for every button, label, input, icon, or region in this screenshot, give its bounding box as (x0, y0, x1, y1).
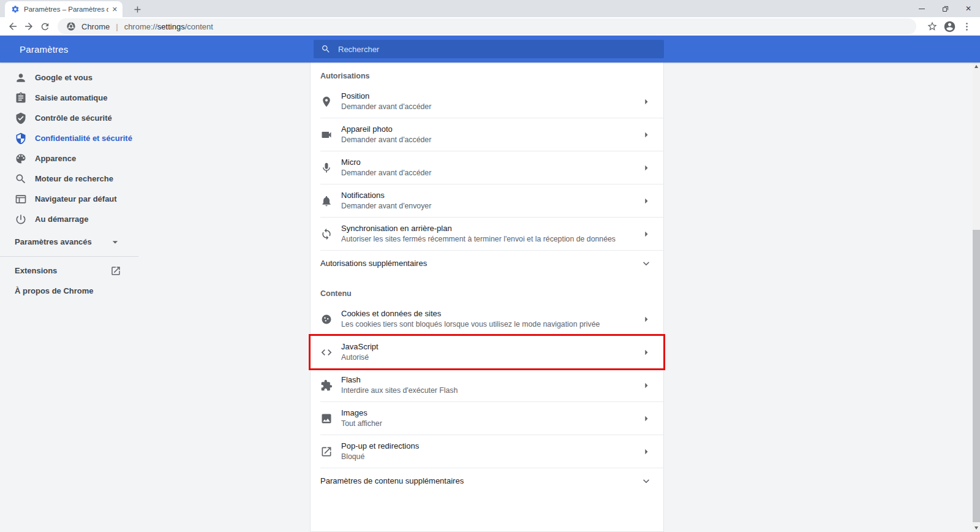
sidebar-label: Saisie automatique (35, 93, 107, 102)
external-link-icon (110, 265, 121, 276)
back-button[interactable] (5, 18, 21, 34)
sidebar-item-saisie-automatique[interactable]: Saisie automatique (0, 88, 153, 108)
address-bar[interactable]: Chrome | chrome://settings/content (58, 18, 916, 34)
row-images[interactable]: ImagesTout afficher (311, 402, 663, 435)
location-icon (320, 96, 333, 108)
expander-parametres-contenu-supplementaires[interactable]: Paramètres de contenu supplémentaires (311, 468, 663, 493)
search-icon (321, 44, 331, 54)
page-title: Paramètres (20, 36, 69, 63)
expander-label: Paramètres de contenu supplémentaires (320, 476, 635, 485)
settings-gear-favicon-icon (11, 5, 20, 13)
browser-toolbar: Chrome | chrome://settings/content (0, 17, 980, 36)
site-settings-card: Autorisations PositionDemander avant d'a… (310, 63, 664, 532)
row-cookies[interactable]: Cookies et données de sitesLes cookies t… (311, 303, 663, 335)
chevron-right-icon (640, 379, 652, 392)
settings-header: Paramètres (0, 36, 980, 63)
chevron-right-icon (640, 313, 652, 325)
forward-button[interactable] (21, 18, 37, 34)
power-icon (15, 213, 27, 226)
row-subtitle: Demander avant d'accéder (341, 168, 635, 178)
row-title: Notifications (341, 191, 635, 200)
row-subtitle: Demander avant d'accéder (341, 102, 635, 112)
sidebar-item-confidentialite-et-securite[interactable]: Confidentialité et sécurité (0, 128, 153, 148)
url-scheme: chrome:// (124, 22, 157, 31)
url-path: /content (185, 22, 213, 31)
chevron-right-icon (640, 162, 652, 174)
cookie-icon (320, 313, 333, 325)
row-micro[interactable]: MicroDemander avant d'accéder (311, 151, 663, 184)
url-separator: | (116, 22, 118, 31)
kebab-menu-icon[interactable] (958, 18, 975, 34)
url-host: settings (157, 22, 185, 31)
sidebar-divider (0, 256, 138, 257)
reload-button[interactable] (37, 18, 53, 34)
toolbar-right (924, 18, 975, 34)
sidebar-label: Au démarrage (35, 215, 88, 224)
sidebar-item-controle-de-securite[interactable]: Contrôle de sécurité (0, 108, 153, 128)
row-position[interactable]: PositionDemander avant d'accéder (311, 85, 663, 118)
chevron-right-icon (640, 412, 652, 425)
bookmark-star-icon[interactable] (924, 18, 941, 34)
expander-autorisations-supplementaires[interactable]: Autorisations supplémentaires (311, 251, 663, 276)
tab-strip: Paramètres – Paramètres des site ✕ ✕ (0, 0, 980, 17)
sidebar-item-extensions[interactable]: Extensions (0, 260, 153, 281)
row-appareil-photo[interactable]: Appareil photoDemander avant d'accéder (311, 118, 663, 151)
sidebar-label: Contrôle de sécurité (35, 113, 112, 123)
row-title: Images (341, 408, 635, 418)
sync-icon (320, 228, 333, 240)
chevron-right-icon (640, 446, 652, 458)
row-popup-redirections[interactable]: Pop-up et redirectionsBloqué (311, 435, 663, 468)
settings-sidebar: Google et vous Saisie automatique Contrô… (0, 63, 153, 301)
row-subtitle: Tout afficher (341, 419, 635, 428)
row-title: Flash (341, 375, 635, 385)
sidebar-item-navigateur-par-defaut[interactable]: Navigateur par défaut (0, 189, 153, 209)
sidebar-item-au-demarrage[interactable]: Au démarrage (0, 209, 153, 229)
row-flash[interactable]: FlashInterdire aux sites d'exécuter Flas… (311, 369, 663, 401)
profile-avatar-icon[interactable] (941, 18, 958, 34)
window-controls: ✕ (910, 0, 980, 17)
image-icon (320, 412, 333, 425)
close-window-button[interactable]: ✕ (957, 0, 980, 17)
minimize-button[interactable] (910, 0, 933, 17)
settings-search-box[interactable] (314, 40, 664, 58)
row-javascript[interactable]: JavaScriptAutorisé (311, 336, 663, 368)
row-subtitle: Demander avant d'accéder (341, 135, 635, 145)
sidebar-item-google-et-vous[interactable]: Google et vous (0, 67, 153, 88)
new-tab-button[interactable] (130, 4, 145, 15)
row-subtitle: Autorisé (341, 352, 635, 362)
scroll-up-arrow-icon[interactable] (974, 65, 978, 68)
scroll-down-arrow-icon[interactable] (974, 526, 978, 530)
settings-page: Google et vous Saisie automatique Contrô… (0, 63, 980, 532)
row-title: Appareil photo (341, 124, 635, 134)
extensions-label: Extensions (15, 266, 57, 275)
tab-parametres[interactable]: Paramètres – Paramètres des site ✕ (5, 1, 123, 17)
settings-search-input[interactable] (338, 45, 657, 54)
row-subtitle: Bloqué (341, 452, 635, 462)
tab-close-icon[interactable]: ✕ (112, 6, 118, 13)
chevron-down-icon (640, 257, 652, 270)
sidebar-item-moteur-de-recherche[interactable]: Moteur de recherche (0, 169, 153, 189)
sidebar-label: Apparence (35, 154, 76, 163)
restore-button[interactable] (933, 0, 957, 17)
section-header-autorisations: Autorisations (311, 63, 663, 85)
shield-check-icon (15, 112, 27, 124)
row-subtitle: Demander avant d'envoyer (341, 201, 635, 211)
sidebar-item-a-propos-de-chrome[interactable]: À propos de Chrome (0, 281, 153, 301)
chevron-down-icon (640, 475, 652, 487)
row-title: Cookies et données de sites (341, 309, 635, 319)
chevron-right-icon (640, 195, 652, 207)
row-synchronisation-arriere-plan[interactable]: Synchronisation en arrière-planAutoriser… (311, 218, 663, 250)
chrome-logo-icon (66, 21, 76, 31)
shield-half-icon (15, 132, 27, 145)
page-scrollbar[interactable] (973, 63, 980, 532)
bell-icon (320, 195, 333, 207)
sidebar-advanced-toggle[interactable]: Paramètres avancés (0, 232, 153, 252)
scrollbar-thumb[interactable] (973, 230, 980, 522)
sidebar-item-apparence[interactable]: Apparence (0, 148, 153, 169)
section-header-contenu: Contenu (311, 276, 663, 303)
browser-window: Paramètres – Paramètres des site ✕ ✕ (0, 0, 980, 532)
row-notifications[interactable]: NotificationsDemander avant d'envoyer (311, 184, 663, 217)
chevron-right-icon (640, 228, 652, 240)
puzzle-icon (320, 379, 333, 392)
palette-icon (15, 153, 27, 165)
